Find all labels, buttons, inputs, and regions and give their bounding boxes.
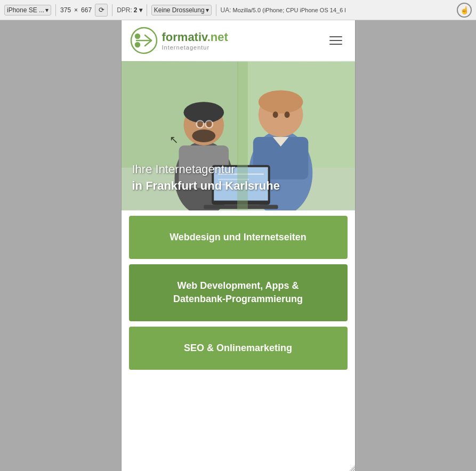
dimension-separator: ×: [74, 6, 78, 14]
hamburger-line-3: [329, 44, 342, 45]
logo-text-container: formativ.net Internetagentur: [162, 30, 228, 51]
hero-image: ↖ Ihre Internetagentur in Frankfurt und …: [122, 61, 355, 210]
device-selector[interactable]: iPhone SE ... ▾: [4, 5, 51, 15]
logo-area[interactable]: formativ.net Internetagentur: [130, 27, 228, 54]
svg-point-12: [197, 121, 203, 127]
touch-mode-button[interactable]: ☝: [457, 3, 472, 18]
divider-4: [216, 4, 216, 16]
svg-line-2: [145, 35, 151, 40]
service-card-development[interactable]: Web Development, Apps & Datenbank-Progra…: [129, 264, 348, 321]
hero-headline: Ihre Internetagentur in Frankfurt und Ka…: [132, 161, 280, 194]
width-control[interactable]: 375: [60, 6, 71, 14]
svg-point-20: [258, 90, 303, 113]
service-card-webdesign-title: Webdesign und Internetseiten: [138, 231, 339, 244]
divider-1: [55, 4, 56, 16]
dpr-value[interactable]: 2 ▾: [134, 6, 142, 14]
hamburger-line-1: [329, 36, 342, 37]
svg-point-4: [135, 34, 140, 38]
service-card-seo[interactable]: SEO & Onlinemarketing: [129, 327, 348, 370]
throttle-dropdown[interactable]: Keine Drosselung ▾: [151, 5, 212, 15]
service-card-development-title: Web Development, Apps & Datenbank-Progra…: [138, 279, 339, 306]
hamburger-line-2: [329, 40, 342, 41]
rotate-icon: ⟳: [99, 6, 104, 14]
throttle-label: Keine Drosselung: [154, 6, 205, 14]
device-dropdown[interactable]: iPhone SE ... ▾: [4, 5, 51, 15]
service-card-webdesign[interactable]: Webdesign und Internetseiten: [129, 216, 348, 259]
ua-value: Mozilla/5.0 (iPhone; CPU iPhone OS 14_6 …: [233, 7, 346, 13]
dpr-control: DPR: 2 ▾: [117, 6, 142, 14]
ua-info: UA: Mozilla/5.0 (iPhone; CPU iPhone OS 1…: [221, 6, 346, 14]
resize-handle[interactable]: [349, 465, 355, 471]
divider-3: [147, 4, 147, 16]
hero-line1: Ihre Internetagentur: [132, 163, 235, 176]
svg-point-21: [272, 111, 278, 118]
browser-viewport: formativ.net Internetagentur: [0, 20, 476, 471]
hero-line2: in Frankfurt und Karlsruhe: [132, 179, 280, 192]
width-value: 375: [60, 6, 71, 14]
svg-line-3: [145, 40, 151, 46]
divider-2: [112, 4, 112, 16]
dpr-label: DPR:: [117, 6, 132, 14]
logo-net: .net: [207, 30, 228, 44]
height-control[interactable]: 667: [81, 6, 92, 14]
svg-point-14: [192, 129, 215, 142]
device-label: iPhone SE ...: [7, 6, 44, 14]
devtools-toolbar: iPhone SE ... ▾ 375 × 667 ⟳ DPR: 2 ▾ Kei…: [0, 0, 476, 20]
service-card-seo-title: SEO & Onlinemarketing: [138, 342, 339, 355]
phone-frame: formativ.net Internetagentur: [121, 20, 356, 471]
rotate-button[interactable]: ⟳: [95, 4, 108, 17]
throttle-control[interactable]: Keine Drosselung ▾: [151, 5, 212, 15]
svg-point-13: [206, 121, 212, 127]
logo-subtitle: Internetagentur: [162, 44, 228, 51]
svg-point-5: [135, 43, 140, 47]
svg-point-11: [183, 102, 224, 123]
hero-text-overlay: Ihre Internetagentur in Frankfurt und Ka…: [132, 161, 280, 194]
svg-point-22: [284, 111, 289, 118]
site-header: formativ.net Internetagentur: [122, 20, 355, 61]
ua-label: UA:: [221, 6, 231, 14]
logo-formativ: formativ: [162, 30, 207, 44]
chevron-down-icon-2: ▾: [206, 6, 209, 14]
touch-icon: ☝: [460, 6, 469, 14]
chevron-down-icon: ▾: [45, 6, 49, 14]
height-value: 667: [81, 6, 92, 14]
logo-title: formativ.net: [162, 30, 228, 44]
logo-icon: [130, 27, 158, 54]
hamburger-menu-button[interactable]: [329, 32, 346, 49]
